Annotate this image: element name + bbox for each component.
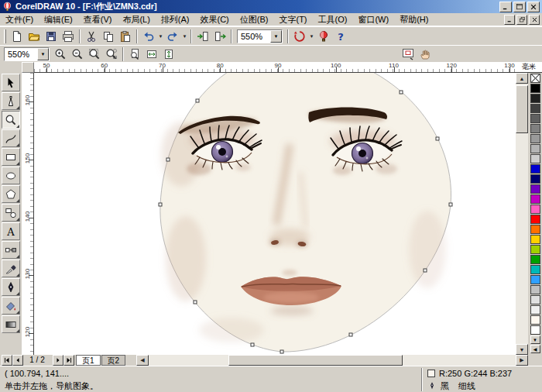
vertical-scroll-thumb[interactable] xyxy=(516,85,528,133)
next-page-button[interactable] xyxy=(53,355,63,366)
paste-button[interactable] xyxy=(117,28,134,45)
scroll-right-button[interactable]: ▶ xyxy=(516,355,528,366)
vertical-ruler[interactable]: 160150140130120 xyxy=(22,73,34,355)
eyedropper-tool[interactable] xyxy=(2,260,20,277)
document-minimize-button[interactable] xyxy=(504,15,515,25)
page-tab-1[interactable]: 页1 xyxy=(76,355,101,366)
pan-button[interactable] xyxy=(417,46,434,63)
interactive-blend-tool[interactable] xyxy=(2,241,20,259)
menu-edit[interactable]: 编辑(E) xyxy=(39,15,78,24)
color-swatch[interactable] xyxy=(530,245,540,254)
cut-button[interactable] xyxy=(83,28,100,45)
redo-button[interactable] xyxy=(164,28,181,45)
zoom-level-dropdown-button[interactable]: ▼ xyxy=(270,30,282,43)
zoom-out-button[interactable] xyxy=(69,46,86,63)
zoom-levels-combo[interactable]: 550%▼ xyxy=(4,47,50,61)
color-swatch[interactable] xyxy=(530,94,540,103)
export-button[interactable] xyxy=(211,28,228,45)
import-button[interactable] xyxy=(194,28,211,45)
print-button[interactable] xyxy=(60,28,77,45)
color-swatch[interactable] xyxy=(530,84,540,93)
zoom-width-button[interactable] xyxy=(143,46,160,63)
color-swatch[interactable] xyxy=(530,184,540,194)
color-swatch[interactable] xyxy=(530,164,540,174)
maximize-button[interactable] xyxy=(513,2,526,12)
ruler-origin[interactable] xyxy=(22,62,34,73)
scroll-left-button[interactable]: ◀ xyxy=(136,355,149,366)
vertical-scrollbar[interactable]: ▲ ▼ xyxy=(516,73,528,355)
copy-button[interactable] xyxy=(100,28,117,45)
color-swatch[interactable] xyxy=(530,124,540,133)
corel-online-button[interactable] xyxy=(315,28,332,45)
menu-file[interactable]: 文件(F) xyxy=(0,15,39,24)
color-swatch[interactable] xyxy=(530,104,540,113)
close-button[interactable] xyxy=(527,2,540,12)
color-swatch[interactable] xyxy=(530,325,540,335)
menu-help[interactable]: 帮助(H) xyxy=(394,15,434,24)
rectangle-tool[interactable] xyxy=(2,148,20,166)
palette-scroll-down-button[interactable]: ▼ xyxy=(530,335,540,344)
undo-dropdown[interactable]: ▼ xyxy=(157,28,164,45)
color-swatch[interactable] xyxy=(530,225,540,234)
color-swatch[interactable] xyxy=(530,215,540,224)
scroll-up-button[interactable]: ▲ xyxy=(516,73,528,84)
color-swatch[interactable] xyxy=(530,265,540,274)
color-swatch[interactable] xyxy=(530,174,540,184)
document-close-button[interactable] xyxy=(529,15,540,25)
new-button[interactable] xyxy=(9,28,26,45)
zoom-height-button[interactable] xyxy=(160,46,177,63)
drawing-canvas[interactable] xyxy=(34,73,516,355)
redo-dropdown[interactable]: ▼ xyxy=(181,28,188,45)
ellipse-tool[interactable] xyxy=(2,167,20,184)
color-swatch[interactable] xyxy=(530,295,540,304)
color-swatch[interactable] xyxy=(530,194,540,204)
freehand-tool[interactable] xyxy=(2,129,20,147)
document-restore-button[interactable] xyxy=(516,15,527,25)
outline-tool[interactable] xyxy=(2,278,20,296)
color-swatch[interactable] xyxy=(530,275,540,284)
color-swatch[interactable] xyxy=(530,305,540,315)
palette-expand-button[interactable]: ◀ xyxy=(530,345,540,353)
color-swatch[interactable] xyxy=(530,154,540,163)
menu-tools[interactable]: 工具(O) xyxy=(313,15,353,24)
zoom-all-button[interactable] xyxy=(103,46,120,63)
color-swatch[interactable] xyxy=(530,114,540,123)
canvas-artwork-face[interactable] xyxy=(34,73,516,355)
undo-button[interactable] xyxy=(140,28,157,45)
color-swatch[interactable] xyxy=(530,134,540,143)
scroll-down-button[interactable]: ▼ xyxy=(516,344,528,355)
previous-page-button[interactable] xyxy=(12,355,23,366)
zoom-page-button[interactable] xyxy=(126,46,143,63)
menu-bitmaps[interactable]: 位图(B) xyxy=(235,15,274,24)
color-swatch[interactable] xyxy=(530,285,540,294)
color-swatch[interactable] xyxy=(530,235,540,244)
interactive-fill-tool[interactable] xyxy=(2,315,20,333)
zoom-selected-button[interactable] xyxy=(86,46,103,63)
zoom-level-combo[interactable]: 550%▼ xyxy=(237,29,283,43)
menu-window[interactable]: 窗口(W) xyxy=(352,15,394,24)
no-color-swatch[interactable] xyxy=(530,74,540,83)
menu-text[interactable]: 文字(T) xyxy=(273,15,312,24)
horizontal-scroll-thumb[interactable] xyxy=(228,355,403,366)
help-button[interactable]: ? xyxy=(332,28,349,45)
polygon-tool[interactable] xyxy=(2,185,20,203)
basic-shapes-tool[interactable] xyxy=(2,204,20,222)
zoom-levels-dropdown-button[interactable]: ▼ xyxy=(37,48,49,60)
launcher-button[interactable] xyxy=(291,28,308,45)
minimize-button[interactable] xyxy=(499,2,512,12)
open-button[interactable] xyxy=(26,28,43,45)
menu-arrange[interactable]: 排列(A) xyxy=(156,15,195,24)
shape-tool[interactable] xyxy=(2,92,20,110)
menu-effects[interactable]: 效果(C) xyxy=(195,15,235,24)
text-tool[interactable]: A xyxy=(2,222,20,240)
pick-tool[interactable] xyxy=(2,74,20,91)
save-button[interactable] xyxy=(43,28,60,45)
navigator-button[interactable] xyxy=(400,46,417,63)
horizontal-ruler[interactable]: 5060708090100110120130 xyxy=(34,62,516,73)
horizontal-scrollbar[interactable]: ◀ ▶ xyxy=(136,355,528,366)
first-page-button[interactable] xyxy=(2,355,12,366)
color-swatch[interactable] xyxy=(530,205,540,214)
color-swatch[interactable] xyxy=(530,255,540,264)
last-page-button[interactable] xyxy=(63,355,74,366)
fill-tool[interactable] xyxy=(2,297,20,315)
